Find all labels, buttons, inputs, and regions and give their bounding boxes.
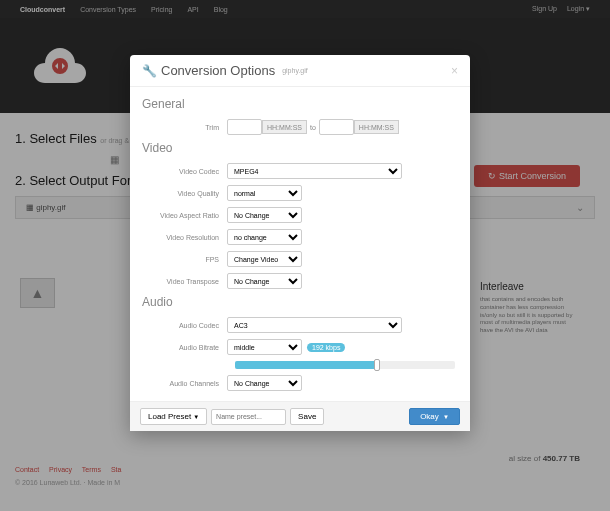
section-video: Video [142, 141, 458, 155]
section-audio: Audio [142, 295, 458, 309]
trim-label: Trim [142, 124, 227, 131]
load-preset-button[interactable]: Load Preset▼ [140, 408, 207, 425]
wrench-icon: 🔧 [142, 64, 157, 78]
save-preset-button[interactable]: Save [290, 408, 324, 425]
okay-button[interactable]: Okay ▼ [409, 408, 460, 425]
fps-select[interactable]: Change Video [227, 251, 302, 267]
close-icon[interactable]: × [451, 64, 458, 78]
audio-codec-label: Audio Codec [142, 322, 227, 329]
audio-channels-select[interactable]: No Change [227, 375, 302, 391]
slider-thumb[interactable] [374, 359, 380, 371]
video-codec-label: Video Codec [142, 168, 227, 175]
video-aspect-label: Video Aspect Ratio [142, 212, 227, 219]
video-transpose-select[interactable]: No Change [227, 273, 302, 289]
bitrate-slider[interactable] [235, 361, 455, 369]
video-codec-select[interactable]: MPEG4 [227, 163, 402, 179]
video-transpose-label: Video Transpose [142, 278, 227, 285]
trim-start-input[interactable] [227, 119, 262, 135]
audio-bitrate-select[interactable]: middle [227, 339, 302, 355]
time-format-hint: HH:MM:SS [354, 120, 399, 134]
video-resolution-label: Video Resolution [142, 234, 227, 241]
section-general: General [142, 97, 458, 111]
video-quality-select[interactable]: normal [227, 185, 302, 201]
audio-channels-label: Audio Channels [142, 380, 227, 387]
trim-end-input[interactable] [319, 119, 354, 135]
audio-codec-select[interactable]: AC3 [227, 317, 402, 333]
video-resolution-select[interactable]: no change [227, 229, 302, 245]
preset-name-input[interactable] [211, 409, 286, 425]
conversion-options-modal: 🔧 Conversion Options giphy.gif × General… [130, 55, 470, 431]
time-format-hint: HH:MM:SS [262, 120, 307, 134]
video-aspect-select[interactable]: No Change [227, 207, 302, 223]
audio-bitrate-label: Audio Bitrate [142, 344, 227, 351]
video-quality-label: Video Quality [142, 190, 227, 197]
fps-label: FPS [142, 256, 227, 263]
modal-title: 🔧 Conversion Options giphy.gif [142, 63, 308, 78]
bitrate-badge: 192 kbps [307, 343, 345, 352]
